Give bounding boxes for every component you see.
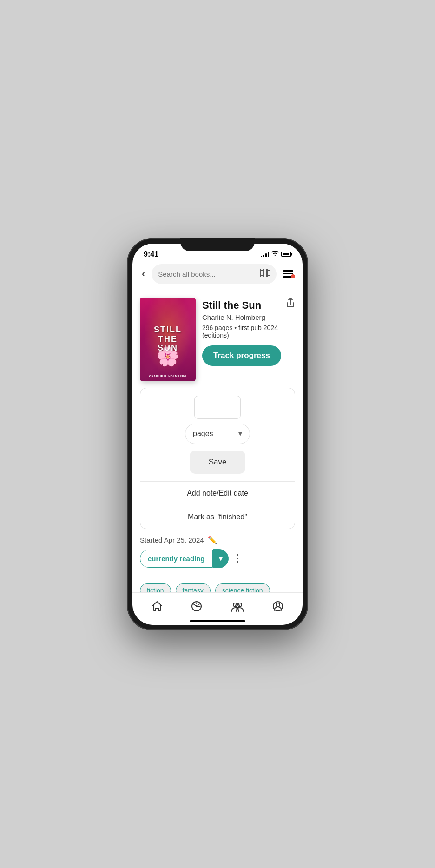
book-author: Charlie N. Holmberg [202, 313, 295, 321]
progress-card: pages ▾ Save Add note/Edit date Mark as … [140, 388, 295, 529]
svg-point-12 [233, 603, 237, 607]
profile-icon [272, 600, 284, 612]
chevron-down-icon: ▾ [219, 555, 223, 563]
back-button[interactable]: ‹ [140, 267, 147, 281]
nav-stats-button[interactable] [184, 597, 209, 615]
svg-rect-2 [263, 269, 264, 277]
screen-content[interactable]: ‹ [132, 260, 303, 625]
status-time: 9:41 [144, 250, 158, 258]
currently-reading-button[interactable]: currently reading [140, 550, 213, 568]
share-button[interactable] [286, 298, 295, 310]
svg-rect-8 [260, 270, 263, 271]
cover-author: CHARLIE N. HOLMBERG [147, 375, 189, 378]
nav-profile-button[interactable] [265, 597, 290, 615]
page-number-input[interactable] [194, 396, 241, 419]
editions-link[interactable]: (editions) [202, 331, 229, 339]
barcode-icon[interactable] [260, 269, 270, 279]
wifi-icon [271, 251, 279, 258]
svg-point-16 [276, 603, 280, 607]
svg-rect-9 [267, 270, 270, 271]
home-indicator [190, 620, 245, 622]
svg-point-14 [236, 604, 239, 608]
add-note-button[interactable]: Add note/Edit date [140, 482, 295, 505]
track-progress-button[interactable]: Track progress [202, 345, 281, 366]
reading-status-dropdown-button[interactable]: ▾ [213, 549, 229, 568]
unit-dropdown[interactable]: pages ▾ [185, 424, 250, 444]
search-input[interactable] [158, 270, 255, 278]
nav-home-button[interactable] [145, 597, 170, 615]
unit-dropdown-label: pages [193, 430, 213, 438]
notification-dot [291, 274, 295, 278]
svg-rect-6 [260, 275, 263, 276]
svg-point-13 [238, 603, 242, 607]
svg-point-11 [196, 605, 198, 607]
menu-button[interactable] [281, 268, 295, 279]
started-date-label: Started Apr 25, 2024 [140, 536, 204, 544]
chevron-down-icon: ▾ [238, 429, 242, 438]
edit-date-icon[interactable]: ✏️ [208, 536, 217, 544]
bottom-nav [132, 592, 303, 625]
signal-icon [261, 252, 269, 257]
book-title: Still the Sun [202, 299, 295, 311]
svg-rect-7 [267, 275, 270, 276]
notch [180, 238, 255, 251]
nav-community-button[interactable] [224, 597, 251, 615]
home-icon [151, 600, 163, 612]
book-section: STILL THE SUN 🌸 CHARLIE N. HOLMBERG Stil… [132, 290, 303, 381]
started-row: Started Apr 25, 2024 ✏️ [140, 536, 295, 544]
page-count: 296 pages [202, 324, 232, 331]
phone-shell: 9:41 [127, 238, 308, 630]
battery-icon [281, 252, 291, 257]
status-row: currently reading ▾ ⋮ [140, 549, 295, 568]
book-info: Still the Sun Charlie N. Holmberg 296 pa… [202, 298, 295, 381]
search-bar[interactable] [152, 264, 277, 284]
book-meta: 296 pages • first pub 2024 (editions) [202, 324, 295, 339]
community-icon [231, 600, 244, 612]
phone-screen: 9:41 [132, 244, 303, 625]
svg-rect-3 [265, 269, 265, 277]
status-icons [261, 251, 291, 258]
save-button[interactable]: Save [190, 451, 245, 474]
app-header: ‹ [132, 260, 303, 290]
first-pub-link[interactable]: first pub 2024 [238, 324, 278, 331]
more-options-button[interactable]: ⋮ [229, 552, 247, 564]
mark-finished-button[interactable]: Mark as "finished" [140, 505, 295, 529]
book-cover: STILL THE SUN 🌸 CHARLIE N. HOLMBERG [140, 298, 196, 381]
reading-status-section: Started Apr 25, 2024 ✏️ currently readin… [132, 536, 303, 576]
cover-title: STILL THE SUN [154, 325, 182, 353]
progress-top: pages ▾ Save [140, 388, 295, 482]
stats-icon [191, 600, 203, 612]
